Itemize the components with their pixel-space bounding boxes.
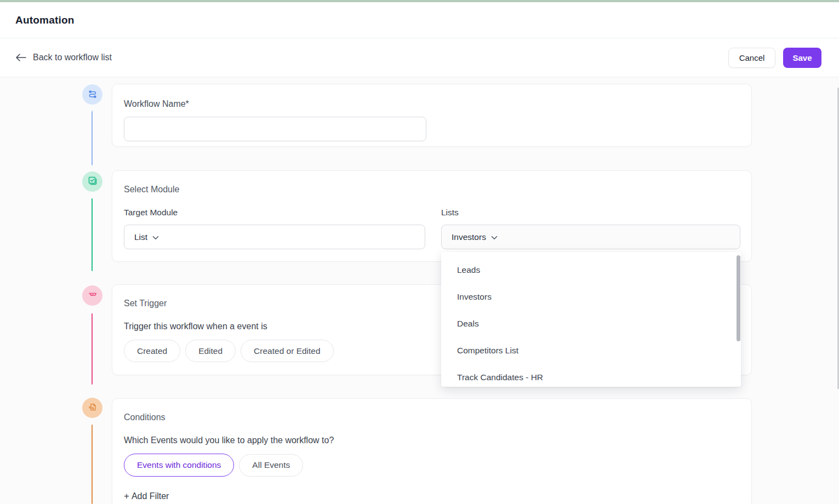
connector-line-blue [92,111,93,165]
automation-page: Automation Back to workflow list Cancel … [0,0,839,504]
lists-option-track-candidates-hr[interactable]: Track Candidates - HR [441,364,741,387]
target-module-label: Target Module [124,208,430,217]
trigger-option-edited[interactable]: Edited [185,340,236,362]
add-filter-button[interactable]: + Add Filter [124,491,169,502]
conditions-option-events-with-conditions[interactable]: Events with conditions [124,454,234,477]
back-arrow-icon [15,54,26,61]
lists-label: Lists [441,208,740,217]
dropdown-scrollbar[interactable] [737,255,740,341]
save-button[interactable]: Save [783,48,821,68]
trigger-option-created[interactable]: Created [124,340,180,362]
page-header: Automation [0,2,839,38]
chevron-down-icon [152,232,159,242]
lists-option-leads[interactable]: Leads [441,256,741,283]
back-link-label: Back to workflow list [33,53,112,62]
lists-option-investors[interactable]: Investors [441,283,741,310]
plus-icon: + [124,491,129,502]
workflow-name-input[interactable] [124,117,426,141]
cancel-button[interactable]: Cancel [728,48,775,68]
trigger-icon [88,290,98,302]
action-toolbar: Back to workflow list Cancel Save [0,38,839,77]
conditions-card: Conditions Which Events would you like t… [112,398,752,504]
conditions-option-all-events[interactable]: All Events [239,454,303,477]
conditions-title: Conditions [124,413,740,422]
set-trigger-step-icon [82,285,102,306]
workflow-route-icon [88,89,98,101]
lists-option-deals[interactable]: Deals [441,310,741,337]
connector-line-orange [92,425,93,504]
workflow-name-label: Workflow Name* [124,99,740,109]
page-title: Automation [15,14,75,26]
document-filter-icon [88,402,98,414]
conditions-step-icon [82,398,102,418]
select-module-card: Select Module Target Module List Lists I… [112,170,752,262]
target-module-value: List [134,232,147,242]
workflow-name-card: Workflow Name* [112,84,752,147]
add-filter-label: Add Filter [132,491,169,501]
lists-select-value: Investors [452,232,486,242]
back-to-workflow-list-link[interactable]: Back to workflow list [15,53,112,62]
chevron-down-icon [491,232,498,242]
connector-line-pink [92,313,93,385]
target-module-select[interactable]: List [124,225,425,249]
check-square-icon [88,176,98,188]
workflow-step-icon [82,84,102,105]
conditions-question: Which Events would you like to apply the… [124,436,740,445]
top-accent-strip [0,0,839,2]
select-module-step-icon [82,171,102,192]
connector-line-green [92,198,93,271]
select-module-title: Select Module [124,185,740,194]
lists-select[interactable]: Investors [441,225,740,249]
lists-option-competitors-list[interactable]: Competitors List [441,337,741,364]
lists-dropdown-menu: Leads Investors Deals Competitors List T… [441,252,741,387]
trigger-option-created-or-edited[interactable]: Created or Edited [241,340,334,362]
